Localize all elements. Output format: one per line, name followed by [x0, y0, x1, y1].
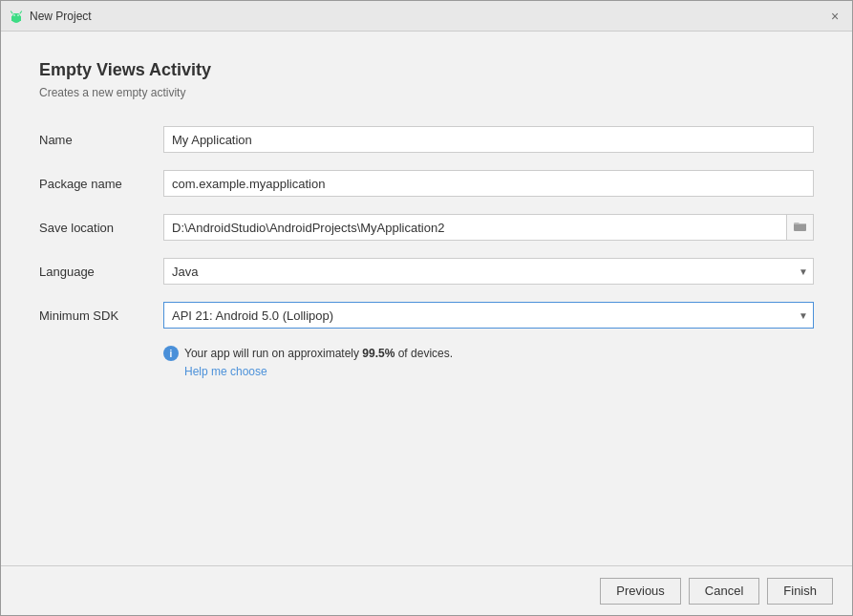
- svg-line-6: [20, 11, 22, 13]
- close-button[interactable]: ×: [825, 7, 844, 26]
- help-me-choose-link[interactable]: Help me choose: [184, 365, 814, 378]
- main-content: Empty Views Activity Creates a new empty…: [1, 32, 852, 565]
- info-icon: i: [163, 346, 179, 361]
- svg-point-3: [13, 14, 15, 16]
- language-label: Language: [39, 265, 163, 279]
- package-input[interactable]: [163, 170, 814, 197]
- name-label: Name: [39, 133, 163, 147]
- info-text-prefix: Your app will run on approximately: [184, 347, 362, 360]
- svg-line-5: [11, 11, 13, 13]
- min-sdk-select[interactable]: API 21: Android 5.0 (Lollipop) API 22: A…: [163, 302, 814, 329]
- save-location-input[interactable]: [163, 214, 787, 241]
- info-text: Your app will run on approximately 99.5%…: [184, 347, 453, 360]
- previous-button[interactable]: Previous: [600, 578, 681, 605]
- titlebar-left: New Project: [9, 9, 92, 24]
- page-subtitle: Creates a new empty activity: [39, 86, 814, 99]
- language-row: Language Java Kotlin ▼: [39, 258, 814, 285]
- save-location-row: Save location: [39, 214, 814, 241]
- svg-rect-7: [794, 223, 806, 231]
- min-sdk-label: Minimum SDK: [39, 308, 163, 323]
- save-location-input-group: [163, 214, 814, 241]
- finish-button[interactable]: Finish: [767, 578, 833, 605]
- name-input[interactable]: [163, 126, 814, 153]
- min-sdk-select-wrapper: API 21: Android 5.0 (Lollipop) API 22: A…: [163, 302, 814, 329]
- dialog-footer: Previous Cancel Finish: [1, 565, 852, 615]
- min-sdk-row: Minimum SDK API 21: Android 5.0 (Lollipo…: [39, 302, 814, 329]
- info-section: i Your app will run on approximately 99.…: [163, 346, 814, 378]
- name-row: Name: [39, 126, 814, 153]
- svg-point-4: [17, 14, 19, 16]
- info-percentage: 99.5%: [362, 347, 395, 360]
- app-icon: [9, 9, 24, 24]
- titlebar: New Project ×: [1, 1, 852, 32]
- package-row: Package name: [39, 170, 814, 197]
- info-row: i Your app will run on approximately 99.…: [163, 346, 814, 361]
- browse-folder-button[interactable]: [787, 214, 814, 241]
- folder-icon: [794, 221, 807, 235]
- package-label: Package name: [39, 177, 163, 191]
- language-select[interactable]: Java Kotlin: [163, 258, 814, 285]
- form-area: Name Package name Save location: [39, 126, 814, 546]
- page-title: Empty Views Activity: [39, 60, 814, 80]
- save-location-label: Save location: [39, 221, 163, 235]
- info-text-suffix: of devices.: [395, 347, 453, 360]
- window-title: New Project: [30, 10, 92, 23]
- dialog-window: New Project × Empty Views Activity Creat…: [0, 0, 853, 616]
- cancel-button[interactable]: Cancel: [689, 578, 759, 605]
- language-select-wrapper: Java Kotlin ▼: [163, 258, 814, 285]
